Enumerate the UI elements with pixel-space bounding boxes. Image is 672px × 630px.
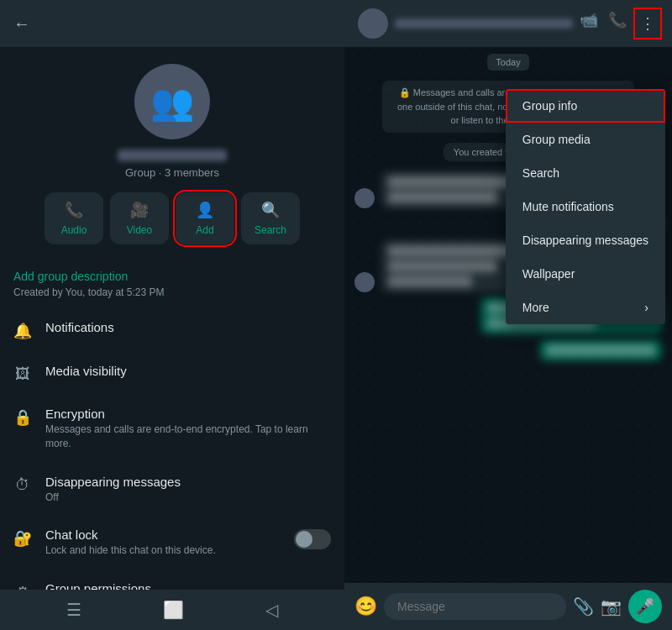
group-avatar-icon: 👥 [150,81,194,123]
dropdown-item-wallpaper[interactable]: Wallpaper [506,257,665,291]
video-call-button[interactable]: 🎥 Video [110,192,169,244]
microphone-button[interactable]: 🎤 [628,590,662,623]
video-label: Video [127,224,152,236]
timer-icon: ⏱ [13,476,32,494]
mute-label: Mute notifications [522,200,614,213]
dropdown-item-search[interactable]: Search [506,156,665,190]
search-button[interactable]: 🔍 Search [241,192,300,244]
chat-lock-content: Chat lock Lock and hide this chat on thi… [45,528,281,558]
video-icon: 🎥 [130,201,149,219]
description-section: Add group description Created by You, to… [0,258,344,302]
chat-lock-subtitle: Lock and hide this chat on this device. [45,543,281,558]
menu-icon[interactable]: ☰ [66,600,81,620]
notifications-content: Notifications [45,320,331,334]
padlock-icon: 🔐 [13,529,32,548]
chat-lock-toggle[interactable] [294,529,331,549]
add-member-button[interactable]: 👤 Add [176,192,234,244]
phone-call-icon[interactable]: 📞 [608,11,627,36]
chat-lock-title: Chat lock [45,528,281,542]
dropdown-item-mute[interactable]: Mute notifications [506,190,665,223]
encryption-content: Encryption Messages and calls are end-to… [45,407,331,451]
action-buttons-row: 📞 Audio 🎥 Video 👤 Add 🔍 Search [31,192,313,244]
settings-list: 🔔 Notifications 🖼 Media visibility 🔒 Enc… [0,302,344,590]
bell-icon: 🔔 [13,322,32,340]
profile-section: 👥 Group · 3 members 📞 Audio 🎥 Video 👤 Ad… [0,47,344,258]
add-description-button[interactable]: Add group description [13,270,331,283]
disappearing-messages-label: Disappearing messages [522,234,648,247]
message-input[interactable] [384,593,566,620]
more-options-button[interactable]: ⋮ [637,11,659,36]
chat-header-icons: 📹 📞 ⋮ [580,11,659,36]
media-icon: 🖼 [13,365,32,383]
message-5 [539,339,662,361]
add-label: Add [196,224,213,236]
settings-item-permissions[interactable]: ⚙ Group permissions [0,570,344,590]
dropdown-item-group-media[interactable]: Group media [506,123,665,156]
search-icon: 🔍 [261,201,280,219]
lock-icon: 🔒 [13,408,32,427]
chat-header: 📹 📞 ⋮ [344,0,672,47]
group-members-count: Group · 3 members [125,166,219,179]
chat-avatar [358,8,388,39]
group-media-label: Group media [522,133,591,146]
chat-name-blur [395,18,573,29]
disappearing-title: Disappearing messages [45,475,331,489]
dropdown-menu: Group info Group media Search Mute notif… [506,89,665,324]
encryption-title: Encryption [45,407,331,421]
permissions-title: Group permissions [45,581,331,590]
bottom-nav: ☰ ⬜ ◁ [0,590,344,630]
mic-icon: 🎤 [636,597,654,616]
audio-call-button[interactable]: 📞 Audio [45,192,103,244]
chat-input-area: 😊 📎 📷 🎤 [344,583,672,630]
dropdown-item-disappearing[interactable]: Disappearing messages [506,223,665,257]
right-panel: 📹 📞 ⋮ Today 🔒 Messages and calls are end… [344,0,672,630]
dropdown-item-more[interactable]: More › [506,291,665,324]
media-title: Media visibility [45,364,331,378]
permissions-content: Group permissions [45,581,331,590]
disappearing-subtitle: Off [45,491,331,505]
notifications-title: Notifications [45,320,331,334]
emoji-button[interactable]: 😊 [354,596,377,617]
home-icon[interactable]: ⬜ [163,600,184,620]
media-content: Media visibility [45,364,331,378]
gear-icon: ⚙ [13,583,32,590]
wallpaper-label: Wallpaper [522,267,575,281]
settings-item-media[interactable]: 🖼 Media visibility [0,352,344,395]
back-button[interactable]: ← [13,14,30,34]
arrow-right-icon: › [644,301,648,314]
attachment-button[interactable]: 📎 [573,596,594,617]
settings-item-chat-lock[interactable]: 🔐 Chat lock Lock and hide this chat on t… [0,516,344,570]
chat-background: Today 🔒 Messages and calls are end-to-en… [344,47,672,583]
audio-label: Audio [61,224,87,236]
disappearing-content: Disappearing messages Off [45,475,331,505]
left-panel: ← 👥 Group · 3 members 📞 Audio 🎥 Video 👤 … [0,0,344,630]
audio-icon: 📞 [65,201,83,219]
settings-item-encryption[interactable]: 🔒 Encryption Messages and calls are end-… [0,395,344,463]
dropdown-item-group-info[interactable]: Group info [506,89,665,123]
top-nav: ← [0,0,344,47]
back-nav-icon[interactable]: ◁ [265,600,278,620]
group-name [118,150,227,161]
settings-item-notifications[interactable]: 🔔 Notifications [0,308,344,352]
search-label: Search [255,224,286,236]
add-person-icon: 👤 [196,201,214,219]
video-call-icon[interactable]: 📹 [580,11,598,36]
group-info-label: Group info [522,99,577,113]
created-info: Created by You, today at 5:23 PM [13,286,331,298]
search-label: Search [522,166,559,180]
settings-item-disappearing[interactable]: ⏱ Disappearing messages Off [0,463,344,517]
encryption-subtitle: Messages and calls are end-to-end encryp… [45,423,331,451]
group-avatar: 👥 [134,64,210,139]
camera-button[interactable]: 📷 [601,596,622,617]
more-label: More [522,301,549,314]
